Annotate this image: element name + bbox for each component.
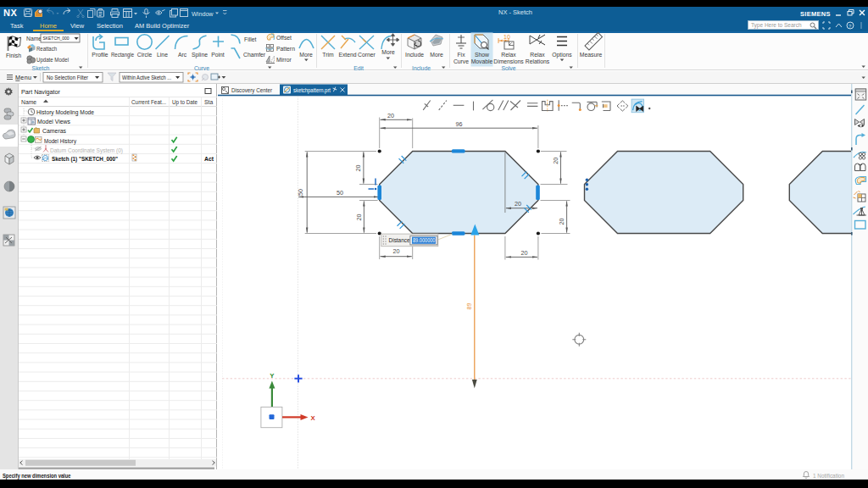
- svg-text:Include: Include: [412, 65, 431, 71]
- svg-text:Name: Name: [21, 99, 36, 105]
- svg-text:Show: Show: [475, 52, 489, 58]
- svg-text:Reattach: Reattach: [36, 46, 57, 52]
- svg-text:20: 20: [354, 165, 362, 172]
- svg-text:Solve: Solve: [501, 65, 515, 71]
- svg-text:Offset: Offset: [276, 35, 292, 41]
- svg-text:Sta: Sta: [204, 99, 213, 105]
- svg-text:SKETCH_000: SKETCH_000: [43, 35, 70, 41]
- svg-text:Name: Name: [26, 36, 42, 42]
- svg-text:Movable: Movable: [471, 58, 493, 64]
- svg-text:Current Feat...: Current Feat...: [131, 99, 166, 105]
- svg-text:20: 20: [515, 200, 521, 208]
- svg-text:Update Model: Update Model: [36, 57, 69, 64]
- svg-text:More: More: [430, 52, 443, 58]
- svg-text:Window: Window: [192, 10, 214, 18]
- svg-text:10: 10: [504, 34, 510, 40]
- svg-text:Curve: Curve: [453, 58, 469, 64]
- svg-text:Part Navigator: Part Navigator: [21, 88, 61, 96]
- svg-text:20: 20: [393, 247, 400, 255]
- svg-text:Fix: Fix: [457, 52, 465, 58]
- svg-text:X: X: [311, 414, 316, 422]
- svg-text:20: 20: [552, 158, 559, 164]
- svg-text:20: 20: [558, 219, 565, 225]
- svg-text:20: 20: [355, 214, 363, 221]
- svg-text:Cameras: Cameras: [42, 128, 67, 134]
- svg-text:89: 89: [466, 303, 472, 310]
- svg-text:Relax: Relax: [530, 52, 545, 58]
- svg-text:50: 50: [337, 189, 343, 197]
- svg-text:Sketch (1) "SKETCH_000": Sketch (1) "SKETCH_000": [52, 156, 118, 163]
- svg-text:?: ?: [849, 24, 852, 29]
- svg-text:Line: Line: [157, 52, 168, 58]
- svg-text:20: 20: [387, 112, 394, 119]
- svg-text:Act: Act: [204, 156, 214, 162]
- svg-text:Fillet: Fillet: [244, 36, 256, 42]
- svg-text:Datum Coordinate System (0): Datum Coordinate System (0): [50, 147, 123, 154]
- svg-text:Include: Include: [405, 52, 424, 58]
- svg-text:Distance: Distance: [389, 237, 410, 243]
- svg-text:Curve: Curve: [194, 65, 209, 71]
- svg-text:Discovery Center: Discovery Center: [231, 87, 273, 94]
- svg-text:Measure: Measure: [580, 52, 603, 58]
- svg-text:89.000000: 89.000000: [413, 237, 436, 243]
- svg-text:96: 96: [456, 120, 463, 128]
- svg-text:1 Notification: 1 Notification: [813, 473, 844, 479]
- svg-text:sketchpattern.prt: sketchpattern.prt: [293, 87, 331, 94]
- svg-text:More: More: [299, 52, 313, 58]
- svg-text:Relax: Relax: [501, 52, 516, 58]
- svg-text:Menu: Menu: [15, 74, 31, 81]
- svg-text:Sketch: Sketch: [32, 65, 50, 71]
- svg-text:Options: Options: [552, 52, 572, 58]
- svg-text:Edit: Edit: [353, 65, 364, 71]
- svg-text:Model Views: Model Views: [37, 119, 70, 125]
- svg-text:Dimensions: Dimensions: [493, 58, 524, 64]
- svg-text:Corner: Corner: [358, 52, 376, 58]
- svg-text:Within Active Sketch ...: Within Active Sketch ...: [122, 75, 171, 80]
- svg-text:Extend: Extend: [338, 52, 356, 58]
- svg-text:Up to Date: Up to Date: [172, 99, 198, 106]
- svg-text:No Selection Filter: No Selection Filter: [47, 75, 89, 80]
- svg-text:Y: Y: [270, 372, 275, 380]
- svg-text:Model History: Model History: [44, 138, 76, 145]
- svg-text:More: More: [381, 49, 395, 55]
- svg-text:Pattern: Pattern: [276, 46, 295, 52]
- svg-text:Arc: Arc: [178, 52, 187, 58]
- svg-text:History Modeling Mode: History Modeling Mode: [36, 109, 94, 116]
- svg-text:Rectangle: Rectangle: [111, 52, 134, 58]
- svg-text:Trim: Trim: [322, 52, 334, 58]
- svg-text:Chamfer: Chamfer: [243, 52, 266, 58]
- svg-text:50: 50: [297, 189, 304, 196]
- svg-text:Specify new dimension value: Specify new dimension value: [3, 473, 71, 480]
- svg-text:Profile: Profile: [92, 52, 108, 58]
- svg-text:Relations: Relations: [526, 58, 550, 64]
- svg-text:20: 20: [521, 249, 528, 257]
- svg-text:Spline: Spline: [192, 52, 208, 58]
- svg-text:Mirror: Mirror: [276, 57, 292, 63]
- svg-text:Point: Point: [211, 52, 225, 58]
- svg-text:Finish: Finish: [6, 53, 21, 58]
- svg-text:Circle: Circle: [137, 52, 153, 58]
